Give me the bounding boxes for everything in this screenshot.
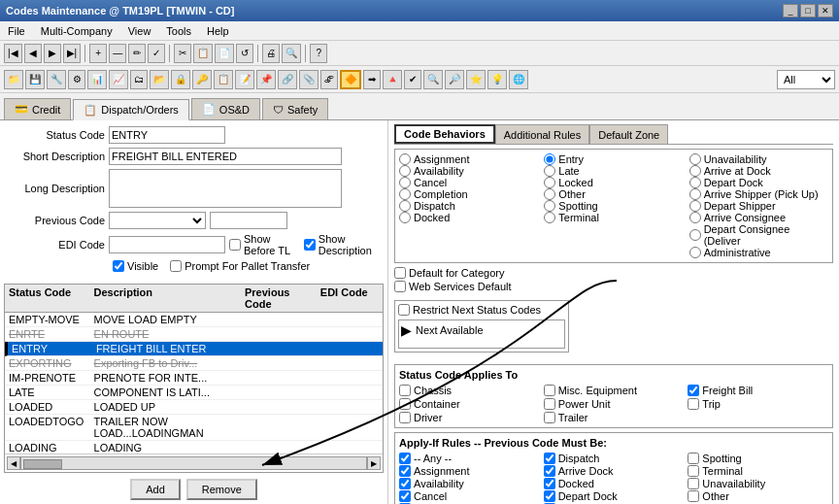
tb2-btn1[interactable]: 📁 [4,70,23,89]
power-unit-checkbox[interactable] [544,398,555,410]
zoom-btn[interactable]: 🔍 [282,44,301,63]
any-checkbox[interactable] [399,453,411,464]
docked-ai-checkbox[interactable] [544,478,555,489]
depart-shipper-radio[interactable] [689,200,701,212]
menu-file[interactable]: File [4,24,29,38]
menu-tools[interactable]: Tools [162,24,195,38]
terminal-radio[interactable] [544,212,555,223]
next-available-arrow[interactable]: ▶ [401,322,412,338]
depart-dock-ai-checkbox[interactable] [544,490,555,502]
show-desc-checkbox[interactable] [304,239,316,251]
chassis-checkbox[interactable] [399,385,411,396]
delete-btn[interactable]: — [109,44,126,63]
tb2-active-btn[interactable]: 🔶 [340,70,361,89]
window-controls[interactable]: _ □ ✕ [783,4,833,17]
other-ai-checkbox[interactable] [688,490,699,502]
container-checkbox[interactable] [399,398,411,410]
unavailability-radio[interactable] [689,153,701,165]
add-button[interactable]: Add [130,479,181,500]
print-btn[interactable]: 🖨 [262,44,280,63]
spotting-radio[interactable] [544,200,555,212]
prev-code-select[interactable] [109,212,206,229]
list-item[interactable]: EMPTY-MOVE MOVE LOAD EMPTY [5,313,383,327]
tb2-btn6[interactable]: 📈 [109,70,128,89]
edi-code-input[interactable] [109,236,225,253]
maximize-button[interactable]: □ [800,4,816,17]
cancel-ai-checkbox[interactable] [399,490,411,502]
tb2-btn14[interactable]: 🔗 [278,70,297,89]
dispatch-radio[interactable] [399,200,411,212]
availability-ai-checkbox[interactable] [399,478,411,489]
question-btn[interactable]: ? [310,44,327,63]
refresh-btn[interactable]: ↺ [236,44,253,63]
tb2-btn3[interactable]: 🔧 [47,70,66,89]
status-code-input[interactable] [109,126,225,144]
nav-next[interactable]: ▶ [44,44,61,63]
tb2-btn22[interactable]: 🔎 [445,70,464,89]
misc-equip-checkbox[interactable] [544,385,555,396]
tab-code-behaviors[interactable]: Code Behaviors [394,124,495,144]
tab-additional-rules[interactable]: Additional Rules [495,124,590,144]
restrict-checkbox[interactable] [398,304,410,316]
tab-default-zone[interactable]: Default Zone [589,124,668,144]
tb2-btn16[interactable]: 🖇 [320,70,338,89]
tb2-btn24[interactable]: 💡 [487,70,507,89]
entry-radio[interactable] [544,153,555,165]
assignment-ai-checkbox[interactable] [399,465,411,477]
depart-dock-radio[interactable] [689,177,701,188]
menu-view[interactable]: View [124,24,155,38]
paste-btn[interactable]: 📄 [215,44,234,63]
arrive-dock-ai-checkbox[interactable] [544,465,555,477]
list-item[interactable]: IM-PRENOTE PRENOTE FOR INTE... [5,371,383,386]
edit-btn[interactable]: ✏ [128,44,146,63]
list-body[interactable]: EMPTY-MOVE MOVE LOAD EMPTY ENRTE EN ROUT… [5,313,383,454]
nav-first[interactable]: |◀ [4,44,22,63]
tb2-btn18[interactable]: ➡ [363,70,381,89]
nav-last[interactable]: ▶| [63,44,82,63]
driver-checkbox[interactable] [399,412,411,423]
locked-radio[interactable] [544,177,555,188]
list-item[interactable]: ENRTE EN ROUTE [5,327,383,342]
freight-bill-checkbox[interactable] [688,385,699,396]
tab-credit[interactable]: 💳 Credit [4,98,71,119]
tb2-btn21[interactable]: 🔍 [423,70,443,89]
add-btn[interactable]: + [89,44,107,63]
list-item[interactable]: LOADING LOADING [5,441,383,454]
tab-osd[interactable]: 📄 OS&D [191,98,260,119]
tb2-btn23[interactable]: ⭐ [466,70,486,89]
menu-help[interactable]: Help [203,24,233,38]
depart-consignee-radio[interactable] [689,229,701,241]
tb2-btn13[interactable]: 📌 [256,70,276,89]
copy-btn[interactable]: 📋 [193,44,213,63]
tb2-btn15[interactable]: 📎 [299,70,319,89]
other-radio[interactable] [544,188,555,200]
show-before-tl-checkbox[interactable] [229,239,241,251]
tb2-btn11[interactable]: 📋 [214,70,233,89]
tb2-btn25[interactable]: 🌐 [509,70,528,89]
visible-checkbox[interactable] [113,260,124,272]
remove-button[interactable]: Remove [186,479,257,500]
list-item-entry[interactable]: ENTRY FREIGHT BILL ENTER [5,342,383,356]
tb2-btn20[interactable]: ✔ [404,70,421,89]
cut-btn[interactable]: ✂ [174,44,191,63]
trailer-checkbox[interactable] [544,412,555,423]
late-radio[interactable] [544,165,555,177]
list-item[interactable]: EXPORTING Exporting FB to Driv... [5,356,383,371]
close-button[interactable]: ✕ [818,4,833,17]
scroll-thumb[interactable] [23,459,62,469]
scroll-left[interactable]: ◀ [7,456,20,470]
assignment-radio[interactable] [399,153,411,165]
arrive-consignee-radio[interactable] [689,212,701,223]
arrive-dock-radio[interactable] [689,165,701,177]
short-desc-input[interactable] [109,148,342,165]
trip-checkbox[interactable] [688,398,699,410]
list-item[interactable]: LOADEDTOGO TRAILER NOW LOAD...LOADINGMAN [5,415,383,441]
prompt-pallet-checkbox[interactable] [170,260,182,272]
tb2-btn7[interactable]: 🗂 [130,70,148,89]
menu-multi-company[interactable]: Multi-Company [37,24,117,38]
list-item[interactable]: LATE COMPONENT IS LATI... [5,386,383,400]
filter-dropdown[interactable]: All [777,70,835,89]
tb2-btn8[interactable]: 📂 [150,70,169,89]
administrative-radio[interactable] [689,247,701,258]
list-item[interactable]: LOADED LOADED UP [5,400,383,415]
